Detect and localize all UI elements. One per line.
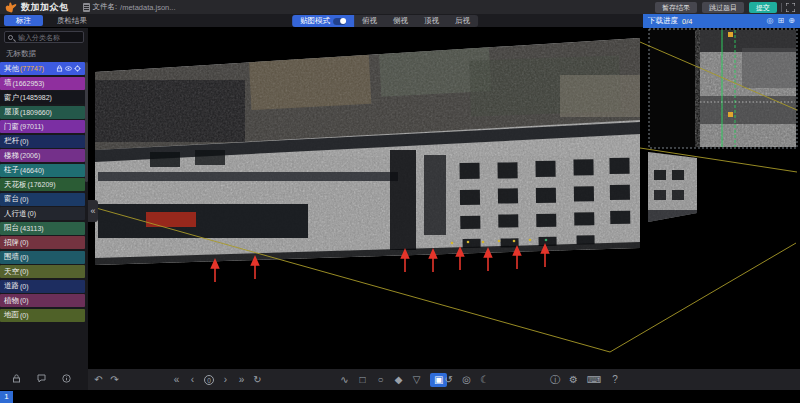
category-count: (0)	[20, 196, 29, 203]
minimap-panel[interactable]	[649, 29, 797, 148]
bottom-toolbar: ↶ ↷ «‹0›»↻ ∿□○◆▽▣ ↺◎☾ ⓘ⚙⌨?	[88, 368, 800, 390]
reset-view-icon[interactable]: ↺	[444, 375, 453, 385]
help-icon[interactable]: ?	[610, 375, 619, 385]
lock-icon[interactable]	[12, 374, 21, 383]
progress-header: 下载进度 0/4 ◎⊞⊕	[643, 14, 800, 28]
category-row[interactable]: 其他(77747)	[0, 62, 85, 75]
category-label: 门窗	[4, 122, 19, 132]
title-bar: 数加加众包 文件名: /metadata.json... 暂存结果跳过题目提交	[0, 0, 800, 14]
category-row[interactable]: 围墙(0)	[0, 251, 85, 264]
search-input[interactable]	[16, 33, 80, 42]
texture-mode-toggle[interactable]: 贴图模式	[292, 15, 354, 27]
category-row[interactable]: 屋顶(1809660)	[0, 106, 85, 119]
skip-task-button[interactable]: 跳过题目	[702, 2, 744, 13]
grid-icon[interactable]: ⊞	[778, 17, 785, 25]
category-row[interactable]: 门窗(97011)	[0, 120, 85, 133]
category-row[interactable]: 柱子(46640)	[0, 164, 85, 177]
category-row[interactable]: 栏杆(0)	[0, 135, 85, 148]
progress-header-icons: ◎⊞⊕	[767, 17, 795, 25]
category-search[interactable]	[4, 31, 84, 43]
save-draft-button[interactable]: 暂存结果	[655, 2, 697, 13]
category-row[interactable]: 地面(0)	[0, 309, 85, 322]
category-row[interactable]: 天花板(176209)	[0, 178, 85, 191]
category-row[interactable]: 道路(0)	[0, 280, 85, 293]
category-count: (0)	[20, 239, 29, 246]
eye-icon[interactable]	[65, 65, 72, 72]
category-row[interactable]: 墙(1662953)	[0, 77, 85, 90]
toolbar-row: 标注质检结果 贴图模式 俯视侧视顶视后视 下载进度 0/4 ◎⊞⊕	[0, 14, 800, 28]
night-mode-icon[interactable]: ☾	[480, 375, 489, 385]
filter-tool-icon[interactable]: ▽	[412, 375, 421, 385]
polygon-tool-icon[interactable]: ◆	[394, 375, 403, 385]
next-frame-icon[interactable]: ›	[221, 375, 230, 385]
annotation-app-window: 数加加众包 文件名: /metadata.json... 暂存结果跳过题目提交 …	[0, 0, 800, 403]
category-count: (0)	[20, 138, 29, 145]
fullscreen-icon[interactable]	[786, 3, 795, 12]
category-label: 阳台	[4, 223, 19, 233]
category-label: 墙	[4, 78, 12, 88]
category-count: (0)	[20, 254, 29, 261]
category-label: 楼梯	[4, 151, 19, 161]
frame-counter[interactable]: 0	[204, 375, 214, 385]
locate-icon[interactable]: ◎	[462, 375, 471, 385]
category-row[interactable]: 天空(0)	[0, 265, 85, 278]
category-label: 天花板	[4, 180, 27, 190]
redo-icon[interactable]: ↷	[110, 375, 119, 385]
file-label: 文件名:	[93, 2, 118, 12]
lock-icon[interactable]	[56, 65, 63, 72]
rect-tool-icon[interactable]: □	[358, 375, 367, 385]
sidebar-collapse-handle[interactable]: «	[88, 200, 98, 222]
info-icon[interactable]	[62, 374, 71, 383]
category-count: (0)	[20, 268, 29, 275]
keyboard-icon[interactable]: ⌨	[587, 375, 601, 385]
category-count: (0)	[20, 297, 29, 304]
tab-qc-result[interactable]: 质检结果	[45, 15, 99, 27]
category-label: 道路	[4, 281, 19, 291]
divider	[781, 3, 782, 12]
main-3d-viewport[interactable]: «	[88, 28, 800, 368]
point-cloud-scene	[88, 28, 800, 368]
toggle-switch-icon[interactable]	[333, 18, 346, 25]
crosshair-icon[interactable]	[74, 65, 81, 72]
circle-tool-icon[interactable]: ○	[376, 375, 385, 385]
minimap-handle-bottom[interactable]	[728, 112, 733, 117]
tab-annotate[interactable]: 标注	[4, 15, 43, 27]
info-icon[interactable]: ⓘ	[550, 375, 560, 385]
first-frame-icon[interactable]: «	[172, 375, 181, 385]
loop-icon[interactable]: ↻	[253, 375, 262, 385]
app-logo-icon	[5, 2, 17, 13]
prev-frame-icon[interactable]: ‹	[188, 375, 197, 385]
unlabeled-data-label: 无标数据	[0, 45, 88, 62]
comment-icon[interactable]	[37, 374, 46, 383]
minimap-handle-top[interactable]	[728, 32, 733, 37]
category-list: 其他(77747) 墙(1662953) 窗户(1485982)	[0, 62, 88, 368]
category-count: (1485982)	[20, 94, 52, 101]
view-top-button[interactable]: 俯视	[354, 15, 385, 27]
last-frame-icon[interactable]: »	[237, 375, 246, 385]
category-row[interactable]: 人行道(0)	[0, 207, 85, 220]
file-name: /metadata.json...	[120, 3, 175, 12]
category-row[interactable]: 阳台(43113)	[0, 222, 85, 235]
app-title: 数加加众包	[21, 1, 69, 14]
view-back-button[interactable]: 后视	[447, 15, 478, 27]
submit-button[interactable]: 提交	[749, 2, 777, 13]
category-count: (0)	[28, 210, 37, 217]
undo-icon[interactable]: ↶	[94, 375, 103, 385]
locate-icon[interactable]: ◎	[767, 17, 774, 25]
view-front-button[interactable]: 顶视	[416, 15, 447, 27]
category-row[interactable]: 窗户(1485982)	[0, 91, 85, 104]
category-row[interactable]: 植物(0)	[0, 294, 85, 307]
category-row[interactable]: 窗台(0)	[0, 193, 85, 206]
expand-icon[interactable]: ⊕	[788, 17, 795, 25]
polyline-tool-icon[interactable]: ∿	[340, 375, 349, 385]
category-count: (97011)	[20, 123, 44, 130]
view-side-button[interactable]: 侧视	[385, 15, 416, 27]
category-row[interactable]: 楼梯(2006)	[0, 149, 85, 162]
titlebar-actions: 暂存结果跳过题目提交	[655, 2, 777, 13]
settings-icon[interactable]: ⚙	[569, 375, 578, 385]
category-row[interactable]: 招牌(0)	[0, 236, 85, 249]
page-number-badge[interactable]: 1	[0, 391, 13, 403]
file-icon	[83, 3, 90, 12]
category-label: 窗户	[4, 93, 19, 103]
category-label: 窗台	[4, 194, 19, 204]
